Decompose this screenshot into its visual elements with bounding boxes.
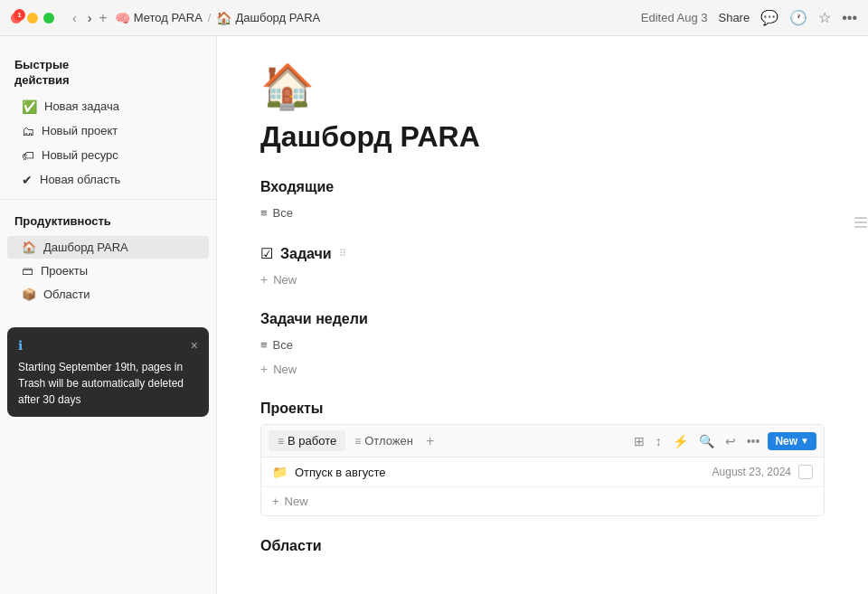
sidebar-divider bbox=[0, 199, 216, 200]
titlebar: 1 ‹ › + 🧠 Метод PARA / 🏠 Дашборд PARA Ed… bbox=[0, 0, 868, 36]
forward-arrow[interactable]: › bbox=[84, 9, 96, 27]
weekly-tasks-section: Задачи недели ≡ Все + New bbox=[260, 311, 825, 379]
projects-title: Проекты bbox=[260, 401, 825, 417]
plus-icon: + bbox=[260, 272, 268, 287]
back-arrow[interactable]: ‹ bbox=[69, 9, 80, 27]
incoming-list-icon: ≡ bbox=[260, 206, 268, 220]
new-project-button[interactable]: 🗂 Новый проект bbox=[7, 119, 209, 143]
toast-notification: ℹ × Starting September 19th, pages in Tr… bbox=[7, 327, 209, 417]
check-icon: ✔ bbox=[22, 173, 33, 187]
page-emoji: 🏠 bbox=[260, 65, 825, 108]
weekly-tasks-title: Задачи недели bbox=[260, 311, 825, 327]
incoming-filter[interactable]: ≡ Все bbox=[260, 203, 825, 223]
areas-icon: 📦 bbox=[22, 288, 36, 301]
project-checkbox[interactable] bbox=[798, 465, 813, 479]
more-icon[interactable]: ••• bbox=[842, 10, 857, 26]
info-icon: ℹ bbox=[18, 336, 23, 355]
edited-label: Edited Aug 3 bbox=[641, 11, 708, 24]
sidebar: Быстрыедействия ✅ Новая задача 🗂 Новый п… bbox=[0, 36, 217, 594]
comment-icon[interactable]: 💬 bbox=[760, 9, 778, 26]
quick-actions-title: Быстрыедействия bbox=[0, 51, 216, 94]
tasks-new-item[interactable]: + New bbox=[260, 269, 825, 289]
project-name: Отпуск в августе bbox=[295, 466, 712, 479]
projects-section: Проекты ≡ В работе ≡ Отложен + ⊞ ↕ bbox=[260, 401, 825, 516]
sidebar-item-dashboard[interactable]: 🏠 Дашборд PARA bbox=[7, 236, 209, 259]
close-button[interactable]: 1 bbox=[11, 13, 22, 24]
filter-icon[interactable]: ⊞ bbox=[631, 432, 647, 450]
projects-tabs: ≡ В работе ≡ Отложен + ⊞ ↕ ⚡ 🔍 ↩ ••• bbox=[261, 425, 824, 457]
scroll-line-3 bbox=[854, 226, 867, 228]
sort-icon[interactable]: ↕ bbox=[653, 432, 665, 450]
new-project-btn[interactable]: New ▼ bbox=[768, 432, 816, 450]
projects-toolbar-right: ⊞ ↕ ⚡ 🔍 ↩ ••• New ▼ bbox=[631, 432, 816, 450]
project-new-plus-icon: + bbox=[272, 495, 279, 508]
toast-close-button[interactable]: × bbox=[191, 336, 198, 355]
project-date: August 23, 2024 bbox=[712, 466, 791, 478]
projects-table: ≡ В работе ≡ Отложен + ⊞ ↕ ⚡ 🔍 ↩ ••• bbox=[260, 424, 825, 516]
new-task-button[interactable]: ✅ Новая задача bbox=[7, 95, 209, 118]
tag-icon: 🏷 bbox=[22, 148, 34, 163]
incoming-section: Входящие ≡ Все bbox=[260, 179, 825, 223]
tasks-section: ☑ Задачи ⠿ + New bbox=[260, 245, 825, 289]
projects-icon: 🗃 bbox=[22, 264, 33, 278]
breadcrumb: 🧠 Метод PARA / 🏠 Дашборд PARA bbox=[115, 11, 321, 25]
weekly-plus-icon: + bbox=[260, 362, 268, 376]
project-folder-icon: 📁 bbox=[272, 465, 288, 479]
folder-icon: 🗂 bbox=[22, 124, 34, 138]
sidebar-item-areas[interactable]: 📦 Области bbox=[7, 283, 209, 306]
areas-title: Области bbox=[260, 538, 825, 554]
history-icon[interactable]: 🕐 bbox=[789, 9, 807, 26]
tasks-header: ☑ Задачи ⠿ bbox=[260, 245, 825, 262]
tasks-new-label: New bbox=[273, 273, 297, 287]
scroll-line-1 bbox=[854, 217, 867, 219]
checkmark-icon: ✅ bbox=[22, 99, 37, 114]
weekly-new-label: New bbox=[273, 363, 297, 376]
tasks-icon: ☑ bbox=[260, 245, 273, 262]
share-button[interactable]: Share bbox=[718, 11, 750, 24]
page-title: Дашборд PARA bbox=[260, 119, 825, 154]
tab-list-icon-2: ≡ bbox=[354, 435, 361, 448]
add-tab-button[interactable]: + bbox=[99, 10, 107, 26]
para-icon: 🧠 bbox=[115, 11, 130, 25]
tab-deferred[interactable]: ≡ Отложен bbox=[345, 430, 422, 451]
productivity-title: Продуктивность bbox=[0, 207, 216, 235]
main-layout: Быстрыедействия ✅ Новая задача 🗂 Новый п… bbox=[0, 36, 868, 594]
star-icon[interactable]: ☆ bbox=[818, 9, 831, 26]
maximize-button[interactable] bbox=[43, 13, 54, 24]
house-icon: 🏠 bbox=[216, 11, 231, 25]
titlebar-right: Edited Aug 3 Share 💬 🕐 ☆ ••• bbox=[641, 9, 857, 26]
areas-section: Области bbox=[260, 538, 825, 554]
weekly-filter-label: Все bbox=[273, 338, 293, 352]
tab-add-button[interactable]: + bbox=[426, 433, 434, 449]
tab-in-progress[interactable]: ≡ В работе bbox=[269, 430, 345, 451]
project-row[interactable]: 📁 Отпуск в августе August 23, 2024 bbox=[261, 457, 824, 487]
sidebar-item-projects[interactable]: 🗃 Проекты bbox=[7, 259, 209, 282]
dashboard-icon: 🏠 bbox=[22, 240, 36, 254]
minimize-button[interactable] bbox=[27, 13, 38, 24]
breadcrumb-separator: / bbox=[208, 11, 212, 24]
toast-message: Starting September 19th, pages in Trash … bbox=[18, 361, 184, 406]
weekly-list-icon: ≡ bbox=[260, 338, 268, 352]
traffic-lights: 1 bbox=[11, 13, 54, 24]
new-resource-button[interactable]: 🏷 Новый ресурс bbox=[7, 144, 209, 167]
breadcrumb-current[interactable]: 🏠 Дашборд PARA bbox=[216, 11, 320, 25]
breadcrumb-parent[interactable]: 🧠 Метод PARA bbox=[115, 11, 203, 25]
tasks-title: Задачи bbox=[280, 246, 332, 262]
search-icon[interactable]: 🔍 bbox=[696, 432, 717, 450]
nav-arrows: ‹ › bbox=[69, 9, 95, 27]
new-area-button[interactable]: ✔ Новая область bbox=[7, 168, 209, 192]
more-options-icon[interactable]: ••• bbox=[744, 432, 763, 450]
scroll-line-2 bbox=[854, 222, 867, 223]
tab-list-icon-1: ≡ bbox=[278, 435, 284, 448]
lightning-icon[interactable]: ⚡ bbox=[670, 432, 691, 450]
project-new-row[interactable]: + New bbox=[261, 487, 824, 515]
weekly-filter[interactable]: ≡ Все bbox=[260, 335, 825, 355]
new-btn-arrow-icon: ▼ bbox=[800, 436, 809, 446]
toast-header: ℹ × bbox=[18, 336, 198, 355]
notification-badge: 1 bbox=[14, 9, 25, 21]
weekly-new-item[interactable]: + New bbox=[260, 359, 825, 379]
undo-icon[interactable]: ↩ bbox=[722, 432, 739, 450]
incoming-filter-label: Все bbox=[273, 206, 293, 220]
incoming-title: Входящие bbox=[260, 179, 825, 195]
scroll-indicator bbox=[859, 217, 863, 228]
